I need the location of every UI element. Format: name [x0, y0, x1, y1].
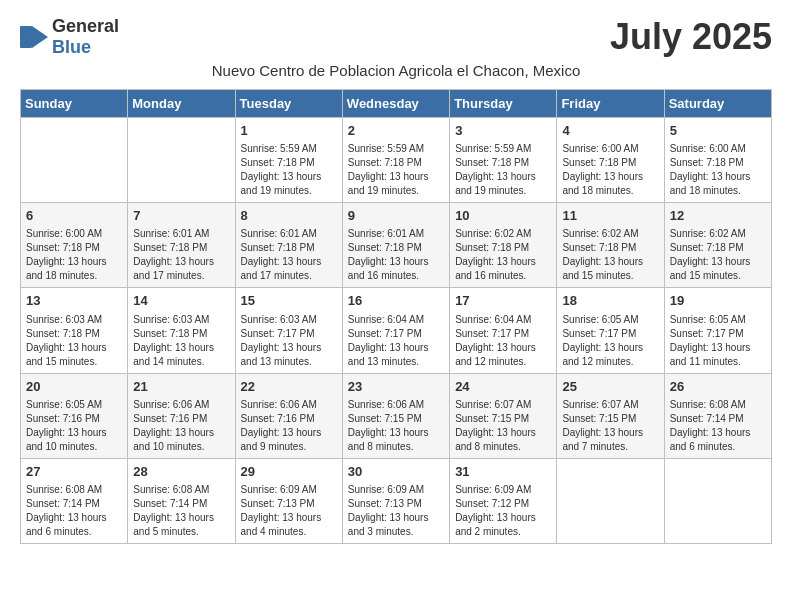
- day-info: Sunrise: 6:08 AM Sunset: 7:14 PM Dayligh…: [670, 398, 766, 454]
- calendar-cell: 4Sunrise: 6:00 AM Sunset: 7:18 PM Daylig…: [557, 118, 664, 203]
- day-info: Sunrise: 6:00 AM Sunset: 7:18 PM Dayligh…: [562, 142, 658, 198]
- weekday-header-sunday: Sunday: [21, 90, 128, 118]
- calendar-week-1: 1Sunrise: 5:59 AM Sunset: 7:18 PM Daylig…: [21, 118, 772, 203]
- day-info: Sunrise: 6:07 AM Sunset: 7:15 PM Dayligh…: [562, 398, 658, 454]
- day-number: 17: [455, 292, 551, 310]
- day-info: Sunrise: 6:01 AM Sunset: 7:18 PM Dayligh…: [348, 227, 444, 283]
- day-number: 14: [133, 292, 229, 310]
- logo-icon: [20, 26, 48, 48]
- day-number: 4: [562, 122, 658, 140]
- day-info: Sunrise: 6:02 AM Sunset: 7:18 PM Dayligh…: [562, 227, 658, 283]
- day-number: 22: [241, 378, 337, 396]
- calendar-cell: 2Sunrise: 5:59 AM Sunset: 7:18 PM Daylig…: [342, 118, 449, 203]
- day-info: Sunrise: 6:00 AM Sunset: 7:18 PM Dayligh…: [26, 227, 122, 283]
- day-info: Sunrise: 6:01 AM Sunset: 7:18 PM Dayligh…: [133, 227, 229, 283]
- calendar-cell: 15Sunrise: 6:03 AM Sunset: 7:17 PM Dayli…: [235, 288, 342, 373]
- day-number: 19: [670, 292, 766, 310]
- day-info: Sunrise: 6:09 AM Sunset: 7:13 PM Dayligh…: [241, 483, 337, 539]
- calendar-cell: 25Sunrise: 6:07 AM Sunset: 7:15 PM Dayli…: [557, 373, 664, 458]
- day-info: Sunrise: 6:02 AM Sunset: 7:18 PM Dayligh…: [670, 227, 766, 283]
- day-number: 26: [670, 378, 766, 396]
- day-info: Sunrise: 6:04 AM Sunset: 7:17 PM Dayligh…: [348, 313, 444, 369]
- svg-marker-1: [32, 26, 48, 48]
- day-info: Sunrise: 6:07 AM Sunset: 7:15 PM Dayligh…: [455, 398, 551, 454]
- day-number: 20: [26, 378, 122, 396]
- calendar-cell: 29Sunrise: 6:09 AM Sunset: 7:13 PM Dayli…: [235, 458, 342, 543]
- calendar-cell: 7Sunrise: 6:01 AM Sunset: 7:18 PM Daylig…: [128, 203, 235, 288]
- weekday-header-row: SundayMondayTuesdayWednesdayThursdayFrid…: [21, 90, 772, 118]
- day-info: Sunrise: 6:08 AM Sunset: 7:14 PM Dayligh…: [133, 483, 229, 539]
- day-info: Sunrise: 6:06 AM Sunset: 7:16 PM Dayligh…: [241, 398, 337, 454]
- calendar-cell: 27Sunrise: 6:08 AM Sunset: 7:14 PM Dayli…: [21, 458, 128, 543]
- calendar-cell: [21, 118, 128, 203]
- calendar-cell: 21Sunrise: 6:06 AM Sunset: 7:16 PM Dayli…: [128, 373, 235, 458]
- day-number: 1: [241, 122, 337, 140]
- calendar-cell: 30Sunrise: 6:09 AM Sunset: 7:13 PM Dayli…: [342, 458, 449, 543]
- day-info: Sunrise: 6:05 AM Sunset: 7:16 PM Dayligh…: [26, 398, 122, 454]
- day-info: Sunrise: 6:01 AM Sunset: 7:18 PM Dayligh…: [241, 227, 337, 283]
- day-info: Sunrise: 6:09 AM Sunset: 7:13 PM Dayligh…: [348, 483, 444, 539]
- day-number: 16: [348, 292, 444, 310]
- calendar-cell: 17Sunrise: 6:04 AM Sunset: 7:17 PM Dayli…: [450, 288, 557, 373]
- day-number: 27: [26, 463, 122, 481]
- day-number: 13: [26, 292, 122, 310]
- calendar-cell: 31Sunrise: 6:09 AM Sunset: 7:12 PM Dayli…: [450, 458, 557, 543]
- day-number: 10: [455, 207, 551, 225]
- day-info: Sunrise: 5:59 AM Sunset: 7:18 PM Dayligh…: [348, 142, 444, 198]
- calendar-week-4: 20Sunrise: 6:05 AM Sunset: 7:16 PM Dayli…: [21, 373, 772, 458]
- calendar-cell: 3Sunrise: 5:59 AM Sunset: 7:18 PM Daylig…: [450, 118, 557, 203]
- calendar-week-3: 13Sunrise: 6:03 AM Sunset: 7:18 PM Dayli…: [21, 288, 772, 373]
- calendar-cell: 23Sunrise: 6:06 AM Sunset: 7:15 PM Dayli…: [342, 373, 449, 458]
- logo-blue: Blue: [52, 37, 91, 57]
- day-info: Sunrise: 6:03 AM Sunset: 7:17 PM Dayligh…: [241, 313, 337, 369]
- day-number: 11: [562, 207, 658, 225]
- day-number: 8: [241, 207, 337, 225]
- day-number: 21: [133, 378, 229, 396]
- day-number: 30: [348, 463, 444, 481]
- day-number: 18: [562, 292, 658, 310]
- weekday-header-saturday: Saturday: [664, 90, 771, 118]
- day-info: Sunrise: 5:59 AM Sunset: 7:18 PM Dayligh…: [455, 142, 551, 198]
- page-header: General Blue July 2025: [20, 16, 772, 58]
- logo: General Blue: [20, 16, 119, 58]
- day-number: 12: [670, 207, 766, 225]
- calendar-cell: 13Sunrise: 6:03 AM Sunset: 7:18 PM Dayli…: [21, 288, 128, 373]
- day-info: Sunrise: 6:02 AM Sunset: 7:18 PM Dayligh…: [455, 227, 551, 283]
- weekday-header-wednesday: Wednesday: [342, 90, 449, 118]
- weekday-header-tuesday: Tuesday: [235, 90, 342, 118]
- calendar-week-5: 27Sunrise: 6:08 AM Sunset: 7:14 PM Dayli…: [21, 458, 772, 543]
- calendar-cell: 10Sunrise: 6:02 AM Sunset: 7:18 PM Dayli…: [450, 203, 557, 288]
- day-number: 25: [562, 378, 658, 396]
- day-info: Sunrise: 5:59 AM Sunset: 7:18 PM Dayligh…: [241, 142, 337, 198]
- day-info: Sunrise: 6:09 AM Sunset: 7:12 PM Dayligh…: [455, 483, 551, 539]
- day-number: 3: [455, 122, 551, 140]
- day-info: Sunrise: 6:05 AM Sunset: 7:17 PM Dayligh…: [670, 313, 766, 369]
- day-number: 31: [455, 463, 551, 481]
- day-info: Sunrise: 6:00 AM Sunset: 7:18 PM Dayligh…: [670, 142, 766, 198]
- calendar-cell: 12Sunrise: 6:02 AM Sunset: 7:18 PM Dayli…: [664, 203, 771, 288]
- weekday-header-monday: Monday: [128, 90, 235, 118]
- calendar-cell: 28Sunrise: 6:08 AM Sunset: 7:14 PM Dayli…: [128, 458, 235, 543]
- month-title: July 2025: [610, 16, 772, 58]
- location-title: Nuevo Centro de Poblacion Agricola el Ch…: [20, 62, 772, 79]
- logo-general: General: [52, 16, 119, 36]
- day-number: 15: [241, 292, 337, 310]
- svg-rect-0: [20, 26, 32, 48]
- calendar-cell: 9Sunrise: 6:01 AM Sunset: 7:18 PM Daylig…: [342, 203, 449, 288]
- calendar-cell: [557, 458, 664, 543]
- calendar-cell: 22Sunrise: 6:06 AM Sunset: 7:16 PM Dayli…: [235, 373, 342, 458]
- calendar-cell: 5Sunrise: 6:00 AM Sunset: 7:18 PM Daylig…: [664, 118, 771, 203]
- calendar-cell: 14Sunrise: 6:03 AM Sunset: 7:18 PM Dayli…: [128, 288, 235, 373]
- day-number: 23: [348, 378, 444, 396]
- day-number: 9: [348, 207, 444, 225]
- day-number: 6: [26, 207, 122, 225]
- calendar-cell: 26Sunrise: 6:08 AM Sunset: 7:14 PM Dayli…: [664, 373, 771, 458]
- calendar-cell: 6Sunrise: 6:00 AM Sunset: 7:18 PM Daylig…: [21, 203, 128, 288]
- calendar-cell: 16Sunrise: 6:04 AM Sunset: 7:17 PM Dayli…: [342, 288, 449, 373]
- day-number: 24: [455, 378, 551, 396]
- day-info: Sunrise: 6:06 AM Sunset: 7:15 PM Dayligh…: [348, 398, 444, 454]
- calendar-cell: 18Sunrise: 6:05 AM Sunset: 7:17 PM Dayli…: [557, 288, 664, 373]
- weekday-header-friday: Friday: [557, 90, 664, 118]
- calendar-table: SundayMondayTuesdayWednesdayThursdayFrid…: [20, 89, 772, 544]
- day-info: Sunrise: 6:08 AM Sunset: 7:14 PM Dayligh…: [26, 483, 122, 539]
